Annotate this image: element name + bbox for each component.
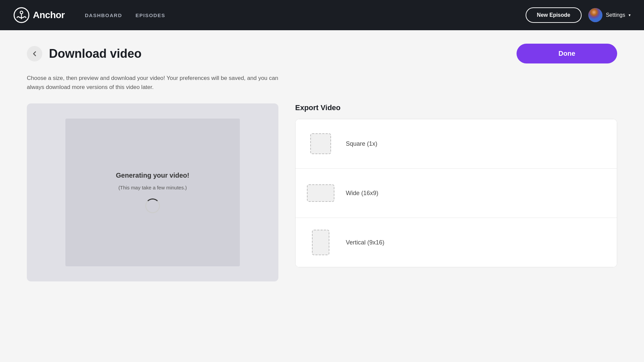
vertical-option-label: Vertical (9x16) — [346, 239, 384, 246]
vertical-icon-wrap — [306, 227, 336, 258]
header-right: New Episode Settings ▾ — [526, 7, 631, 23]
export-option-vertical[interactable]: Vertical (9x16) — [296, 218, 617, 267]
page-header: Download video Done — [27, 44, 617, 63]
preview-inner: Generating your video! (This may take a … — [65, 119, 240, 266]
avatar-image — [588, 8, 602, 22]
svg-point-1 — [20, 11, 23, 14]
wide-shape-icon — [307, 184, 334, 202]
square-option-label: Square (1x) — [346, 140, 377, 147]
page-description: Choose a size, then preview and download… — [27, 74, 278, 92]
back-button[interactable] — [27, 46, 42, 61]
loading-spinner — [145, 198, 160, 213]
settings-area[interactable]: Settings ▾ — [588, 8, 631, 22]
main-content: Download video Done Choose a size, then … — [0, 30, 644, 295]
video-preview-panel: Generating your video! (This may take a … — [27, 103, 278, 281]
nav: DASHBOARD EPISODES — [85, 12, 165, 18]
page-title: Download video — [49, 47, 142, 61]
nav-item-dashboard[interactable]: DASHBOARD — [85, 12, 122, 18]
chevron-down-icon: ▾ — [629, 13, 631, 17]
nav-item-episodes[interactable]: EPISODES — [136, 12, 165, 18]
new-episode-button[interactable]: New Episode — [526, 7, 582, 23]
square-shape-icon — [310, 133, 331, 154]
export-option-wide[interactable]: Wide (16x9) — [296, 169, 617, 218]
vertical-shape-icon — [312, 230, 329, 255]
export-panel: Export Video Square (1x) Wide (16x9) — [295, 103, 617, 267]
generating-subtext: (This may take a few minutes.) — [118, 185, 187, 190]
svg-point-5 — [588, 8, 602, 22]
settings-label: Settings — [606, 12, 625, 18]
header-left: Anchor DASHBOARD EPISODES — [13, 7, 165, 23]
page-header-left: Download video — [27, 46, 142, 61]
export-title: Export Video — [295, 103, 617, 112]
avatar — [588, 8, 602, 22]
square-icon-wrap — [306, 129, 336, 159]
wide-option-label: Wide (16x9) — [346, 190, 378, 197]
content-area: Generating your video! (This may take a … — [27, 103, 617, 281]
export-option-square[interactable]: Square (1x) — [296, 119, 617, 169]
anchor-logo-icon — [13, 7, 30, 23]
export-options-list: Square (1x) Wide (16x9) Vertical (9x16) — [295, 119, 617, 267]
logo-text: Anchor — [33, 10, 65, 20]
back-arrow-icon — [31, 50, 38, 57]
generating-text: Generating your video! — [116, 172, 190, 179]
svg-line-4 — [25, 16, 26, 18]
header: Anchor DASHBOARD EPISODES New Episode — [0, 0, 644, 30]
done-button[interactable]: Done — [517, 44, 617, 63]
wide-icon-wrap — [306, 178, 336, 208]
logo[interactable]: Anchor — [13, 7, 65, 23]
svg-line-3 — [17, 16, 18, 18]
